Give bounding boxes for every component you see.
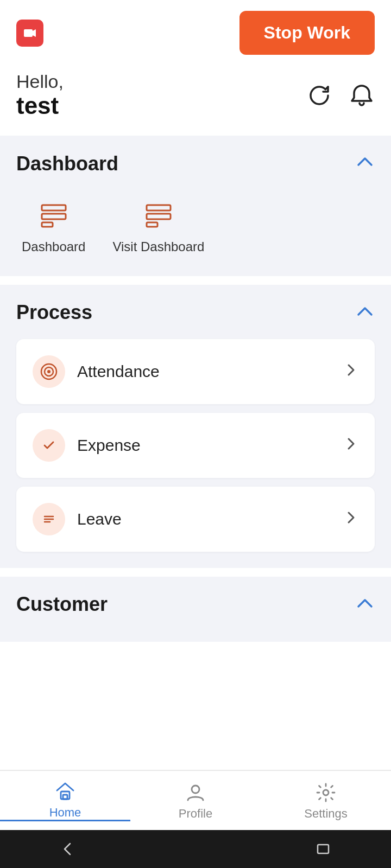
attendance-item-left: Attendance [33, 355, 160, 388]
leave-icon [33, 503, 65, 535]
visit-dashboard-grid-icon [140, 196, 178, 234]
customer-section-title: Customer [16, 593, 108, 616]
svg-point-19 [323, 790, 329, 795]
dashboard-item-dashboard[interactable]: Dashboard [22, 196, 85, 254]
header-icons [306, 82, 375, 108]
svg-rect-4 [42, 222, 53, 227]
customer-section-header: Customer [16, 593, 375, 616]
top-bar: Stop Work [0, 0, 391, 60]
nav-settings-label: Settings [304, 807, 348, 821]
home-icon [54, 781, 76, 802]
expense-label: Expense [77, 436, 141, 455]
svg-point-11 [41, 438, 56, 453]
svg-point-18 [192, 786, 199, 793]
android-back-button[interactable] [59, 840, 77, 858]
greeting-block: Hello, test [16, 71, 64, 119]
customer-chevron-up-icon[interactable] [355, 593, 375, 615]
dashboard-section-header: Dashboard [16, 152, 375, 175]
attendance-item[interactable]: Attendance [16, 339, 375, 404]
process-section-title: Process [16, 301, 92, 324]
process-chevron-up-icon[interactable] [355, 302, 375, 323]
expense-chevron-icon [343, 436, 358, 455]
dashboard-grid-icon [35, 196, 73, 234]
expense-item[interactable]: Expense [16, 413, 375, 478]
leave-chevron-icon [343, 510, 358, 529]
expense-item-left: Expense [33, 429, 141, 462]
svg-rect-0 [24, 29, 33, 37]
dashboard-chevron-up-icon[interactable] [355, 152, 375, 175]
leave-label: Leave [77, 510, 122, 528]
dashboard-section-title: Dashboard [16, 152, 118, 175]
customer-section: Customer [0, 577, 391, 642]
refresh-button[interactable] [306, 82, 332, 108]
svg-rect-2 [42, 205, 66, 210]
visit-dashboard-item-label: Visit Dashboard [112, 239, 204, 254]
attendance-chevron-icon [343, 362, 358, 381]
bell-icon [349, 82, 375, 108]
nav-profile-label: Profile [179, 807, 212, 821]
svg-rect-20 [318, 845, 329, 853]
dashboard-item-visit[interactable]: Visit Dashboard [112, 196, 204, 254]
android-nav-bar [0, 830, 391, 868]
nav-item-profile[interactable]: Profile [130, 782, 261, 821]
nav-item-home[interactable]: Home [0, 781, 130, 821]
process-section: Process Attendance [0, 285, 391, 568]
dashboard-section: Dashboard Dashboard [0, 136, 391, 276]
hello-section: Hello, test [0, 60, 391, 136]
svg-marker-1 [33, 29, 36, 37]
svg-rect-7 [147, 222, 157, 227]
stop-work-button[interactable]: Stop Work [239, 11, 375, 55]
nav-item-settings[interactable]: Settings [261, 782, 391, 821]
hello-text: Hello, [16, 71, 64, 92]
notification-button[interactable] [349, 82, 375, 108]
leave-item-left: Leave [33, 503, 122, 535]
attendance-label: Attendance [77, 362, 160, 381]
profile-icon [185, 782, 206, 803]
nav-home-label: Home [49, 806, 81, 820]
svg-rect-5 [147, 205, 171, 210]
bottom-nav: Home Profile Settings [0, 770, 391, 830]
record-icon[interactable] [16, 20, 43, 47]
svg-rect-17 [63, 795, 67, 799]
attendance-icon [33, 355, 65, 388]
svg-point-10 [47, 370, 51, 373]
user-name: test [16, 92, 64, 119]
expense-icon [33, 429, 65, 462]
refresh-icon [306, 82, 332, 108]
android-recent-button[interactable] [314, 840, 332, 858]
svg-rect-6 [147, 214, 171, 219]
dashboard-item-label: Dashboard [22, 239, 85, 254]
process-section-header: Process [16, 301, 375, 324]
leave-item[interactable]: Leave [16, 487, 375, 552]
svg-rect-3 [42, 214, 66, 219]
settings-icon [315, 782, 337, 803]
process-list: Attendance Expense [16, 339, 375, 552]
dashboard-icons-row: Dashboard Visit Dashboard [16, 190, 375, 260]
